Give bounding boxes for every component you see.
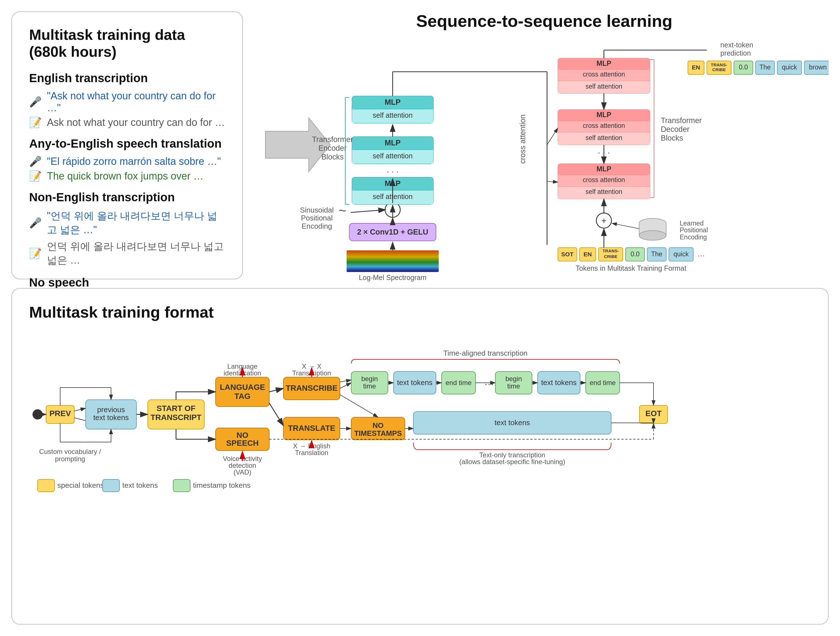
- svg-text:MLP: MLP: [597, 59, 611, 67]
- svg-text:EOT: EOT: [645, 409, 662, 418]
- svg-text:cross attention: cross attention: [583, 71, 625, 78]
- svg-text:time: time: [363, 382, 376, 390]
- svg-rect-1: [347, 250, 439, 272]
- left-panel: Multitask training data (680k hours) Eng…: [11, 11, 243, 279]
- main-container: Multitask training data (680k hours) Eng…: [0, 0, 840, 636]
- svg-text:Blocks: Blocks: [321, 153, 344, 161]
- svg-text:Encoder: Encoder: [319, 144, 347, 153]
- example-text: "El rápido zorro marrón salta sobre …": [47, 156, 221, 167]
- example-text: "언덕 위에 올라 내려다보면 너무나 넓고 넓은 …": [47, 209, 225, 237]
- svg-text:TIMESTAMPS: TIMESTAMPS: [354, 429, 402, 438]
- svg-text:Decoder: Decoder: [661, 125, 689, 134]
- svg-text:brown: brown: [809, 63, 827, 71]
- svg-line-208: [340, 380, 351, 382]
- edit-icon: 📝: [29, 247, 42, 260]
- svg-text:Transformer: Transformer: [312, 135, 353, 144]
- svg-text:(VAD): (VAD): [234, 468, 251, 476]
- mic-icon: 🎤: [29, 156, 42, 167]
- example-text: "Ask not what your country can do for …": [47, 90, 225, 114]
- edit-icon: 📝: [29, 116, 42, 128]
- svg-text:previous: previous: [97, 405, 125, 414]
- svg-text:NO: NO: [237, 431, 248, 439]
- svg-text:Time-aligned transcription: Time-aligned transcription: [443, 349, 527, 357]
- svg-text:TRANS-: TRANS-: [711, 62, 727, 67]
- svg-text:text tokens: text tokens: [93, 413, 129, 422]
- example-row: 📝 Ask not what your country can do for …: [29, 116, 225, 128]
- svg-text:Sinusoidal: Sinusoidal: [300, 206, 334, 214]
- edit-icon: 📝: [29, 170, 42, 182]
- svg-point-134: [33, 409, 43, 419]
- svg-text:MLP: MLP: [597, 165, 611, 173]
- svg-text:Encoding: Encoding: [680, 233, 707, 241]
- left-panel-title: Multitask training data (680k hours): [29, 26, 225, 60]
- svg-text:CRIBE: CRIBE: [712, 67, 726, 72]
- svg-text:SPEECH: SPEECH: [226, 439, 259, 447]
- svg-text:text tokens: text tokens: [122, 481, 158, 490]
- example-text: Ask not what your country can do for …: [47, 116, 225, 128]
- svg-text:The: The: [759, 63, 771, 71]
- svg-text:cross attention: cross attention: [583, 176, 625, 184]
- svg-rect-227: [103, 479, 120, 492]
- svg-line-80: [547, 128, 558, 145]
- svg-text:NO: NO: [373, 421, 384, 430]
- section-nonenglish: Non-English transcription: [29, 190, 225, 204]
- svg-text:…: …: [697, 250, 705, 258]
- section-nospeech: No speech: [29, 276, 225, 289]
- svg-text:begin: begin: [362, 375, 378, 383]
- svg-text:~: ~: [338, 203, 346, 218]
- example-text: The quick brown fox jumps over …: [47, 170, 204, 182]
- svg-line-13: [351, 210, 386, 213]
- svg-text:text tokens: text tokens: [541, 378, 577, 387]
- svg-text:CRIBE: CRIBE: [604, 254, 617, 259]
- svg-text:time: time: [507, 382, 520, 390]
- svg-text:TRANS-: TRANS-: [602, 249, 619, 253]
- svg-text:The: The: [651, 250, 662, 258]
- svg-text:end time: end time: [445, 379, 472, 386]
- svg-text:2 × Conv1D + GELU: 2 × Conv1D + GELU: [357, 228, 428, 236]
- svg-text:· · ·: · · ·: [387, 167, 399, 176]
- svg-text:+: +: [601, 216, 606, 225]
- svg-text:Positional: Positional: [301, 214, 333, 222]
- svg-text:text tokens: text tokens: [397, 378, 433, 387]
- example-row: 🎤 "언덕 위에 올라 내려다보면 너무나 넓고 넓은 …": [29, 209, 225, 237]
- svg-text:0.0: 0.0: [739, 63, 748, 71]
- svg-line-176: [269, 389, 283, 392]
- svg-text:MLP: MLP: [385, 98, 401, 106]
- flow-diagram: PREV previous text tokens Custom vocabul…: [29, 335, 837, 510]
- svg-text:Translation: Translation: [295, 449, 328, 457]
- svg-line-112: [612, 223, 639, 229]
- svg-text:EN: EN: [692, 64, 700, 71]
- svg-text:EN: EN: [583, 251, 592, 257]
- svg-line-199: [340, 383, 351, 389]
- svg-text:PREV: PREV: [49, 409, 71, 418]
- example-text: 언덕 위에 올라 내려다보면 너무나 넓고 넓은 …: [47, 240, 225, 267]
- svg-text:prediction: prediction: [720, 49, 751, 57]
- svg-text:(allows dataset-specific fine-: (allows dataset-specific fine-tuning): [459, 458, 565, 466]
- svg-text:self attention: self attention: [586, 134, 622, 142]
- svg-line-142: [74, 418, 85, 420]
- svg-text:self attention: self attention: [586, 188, 622, 195]
- svg-text:prompting: prompting: [55, 455, 85, 463]
- svg-text:cross attention: cross attention: [583, 122, 625, 129]
- svg-rect-225: [38, 479, 55, 492]
- diagram-title: Sequence-to-sequence learning: [260, 11, 829, 31]
- svg-text:TRANSLATE: TRANSLATE: [288, 424, 335, 433]
- svg-text:Text-only transcription: Text-only transcription: [479, 451, 545, 459]
- section-translation: Any-to-English speech translation: [29, 137, 225, 150]
- svg-text:quick: quick: [782, 63, 797, 71]
- svg-text:Encoding: Encoding: [302, 222, 332, 230]
- svg-text:self attention: self attention: [373, 152, 412, 160]
- svg-text:0.0: 0.0: [631, 250, 639, 258]
- svg-text:Learned: Learned: [680, 220, 704, 227]
- svg-text:Tokens in Multitask Training F: Tokens in Multitask Training Format: [576, 264, 686, 272]
- svg-text:Blocks: Blocks: [661, 134, 683, 142]
- svg-text:MLP: MLP: [385, 139, 401, 147]
- svg-text:begin: begin: [505, 375, 522, 383]
- svg-text:self attention: self attention: [373, 111, 412, 119]
- section-english-transcription: English transcription: [29, 71, 225, 85]
- svg-text:TRANSCRIPT: TRANSCRIPT: [151, 413, 201, 422]
- mic-icon: 🎤: [29, 96, 42, 108]
- example-row: 📝 The quick brown fox jumps over …: [29, 170, 225, 182]
- svg-rect-229: [173, 479, 190, 492]
- svg-text:Transformer: Transformer: [661, 116, 702, 125]
